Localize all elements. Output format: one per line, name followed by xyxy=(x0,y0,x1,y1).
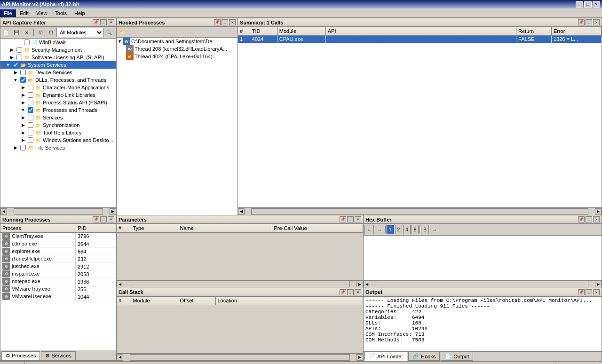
filter-save-btn[interactable]: 💾 xyxy=(12,28,21,37)
scroll-right[interactable]: ▶ xyxy=(110,208,116,215)
hex-8-btn[interactable]: 8 xyxy=(412,225,419,234)
hooked-panel-close[interactable]: × xyxy=(229,19,236,25)
summary-panel-close[interactable]: × xyxy=(593,19,600,25)
hex-2-btn[interactable]: 2 xyxy=(395,225,403,234)
tree-item-device[interactable]: ▶ 📁 Device Services xyxy=(0,69,116,76)
menu-tools[interactable]: Tools xyxy=(51,9,71,17)
hex-1-btn[interactable]: 1 xyxy=(387,225,394,234)
table-row[interactable]: ⚙notepad.exe1936 xyxy=(0,278,116,285)
close-btn[interactable]: × xyxy=(593,1,600,8)
cb-dynlink[interactable] xyxy=(28,92,33,98)
api-link[interactable]: CreateProcessWithLogonW ( "testuser", "E… xyxy=(328,36,514,42)
tab-api-loader[interactable]: 📄 API Loader xyxy=(364,352,407,361)
expander-charmode[interactable]: ▶ xyxy=(19,84,27,91)
scroll-left[interactable]: ◀ xyxy=(0,208,7,215)
cs-scroll-left[interactable]: ◀ xyxy=(117,354,123,361)
minimize-btn[interactable]: _ xyxy=(576,1,583,8)
cb-psapi[interactable] xyxy=(28,100,33,105)
table-row[interactable]: ⚙explorer.exe664 xyxy=(0,248,116,255)
params-scroll-right[interactable]: ▶ xyxy=(356,281,363,287)
expander-file-services[interactable]: ▶ xyxy=(12,144,19,151)
output-panel-close[interactable]: × xyxy=(593,289,600,295)
module-dropdown[interactable]: All Modules xyxy=(56,28,103,37)
filter-panel-pin[interactable]: 📌 xyxy=(93,19,99,25)
table-row[interactable]: ⚙mspaint.exe2068 xyxy=(0,270,116,278)
summary-scroll-left[interactable]: ◀ xyxy=(238,208,245,215)
tree-item-dynlink[interactable]: ▶ 📁 Dynamic-Link Libraries xyxy=(0,91,116,99)
hex-b-btn[interactable]: B xyxy=(421,225,429,234)
filter-new-btn[interactable]: 📄 xyxy=(1,28,11,37)
expander-psapi[interactable]: ▶ xyxy=(19,99,27,106)
running-processes-minimize[interactable]: _ xyxy=(100,216,107,222)
summary-scroll-right[interactable]: ▶ xyxy=(595,208,602,215)
expander-sync[interactable]: ▶ xyxy=(19,121,27,129)
hex-panel-minimize[interactable]: _ xyxy=(586,216,592,222)
params-scroll-thumb[interactable] xyxy=(130,281,350,287)
tree-item-winbiowait[interactable]: 📄 WinBioWait xyxy=(0,39,116,46)
cb-dlls[interactable] xyxy=(20,77,26,83)
filter-check-btn[interactable]: ☑ xyxy=(36,28,45,37)
output-panel-minimize[interactable]: _ xyxy=(586,289,592,295)
hooked-panel-minimize[interactable]: _ xyxy=(222,19,228,25)
cb-system[interactable] xyxy=(13,62,18,68)
summary-scroll-thumb[interactable] xyxy=(251,208,588,215)
table-row[interactable]: ⚙iTunesHelper.exe232 xyxy=(0,255,116,263)
cb-toolhelp[interactable] xyxy=(28,130,33,135)
hex-back-btn[interactable]: ← xyxy=(364,225,374,234)
cb-security[interactable] xyxy=(16,47,22,53)
params-scroll-left[interactable]: ◀ xyxy=(117,281,123,287)
params-panel-close[interactable]: × xyxy=(355,216,361,222)
running-processes-pin[interactable]: 📌 xyxy=(93,216,99,222)
expander-device[interactable]: ▶ xyxy=(12,69,19,76)
menu-edit[interactable]: Edit xyxy=(16,9,32,17)
filter-panel-close[interactable]: × xyxy=(108,19,114,25)
table-row[interactable]: ⚙ctfmon.exe2644 xyxy=(0,240,116,248)
tab-output[interactable]: 📄 Output xyxy=(441,352,473,361)
maximize-btn[interactable]: □ xyxy=(584,1,592,8)
process-expander[interactable]: ▼ xyxy=(118,39,122,44)
cb-services[interactable] xyxy=(28,115,33,120)
cb-proc-threads[interactable] xyxy=(28,107,33,113)
output-panel-pin[interactable]: 📌 xyxy=(578,289,585,295)
tree-item-proc-threads[interactable]: ▼ 📂 Processes and Threads xyxy=(0,106,116,114)
expander-proc-threads[interactable]: ▼ xyxy=(19,106,27,114)
tab-hooks[interactable]: 🔗 Hooks xyxy=(408,352,440,361)
filter-delete-btn[interactable]: ✕ xyxy=(22,28,32,37)
summary-panel-pin[interactable]: 📌 xyxy=(578,19,585,25)
callstack-panel-minimize[interactable]: _ xyxy=(347,289,354,295)
callstack-panel-close[interactable]: × xyxy=(355,289,361,295)
expander-services[interactable]: ▶ xyxy=(19,114,27,121)
cb-file-services[interactable] xyxy=(20,145,26,150)
tree-item-charmode[interactable]: ▶ 📁 Character-Mode Applications xyxy=(0,84,116,91)
summary-row-1[interactable]: 1 4024 CPAU.exe CreateProcessWithLogonW … xyxy=(238,35,602,43)
tree-item-security[interactable]: ▶ 📁 Security Management xyxy=(0,46,116,54)
menu-view[interactable]: View xyxy=(32,9,51,17)
table-row[interactable]: ⚙VMwareTray.exe256 xyxy=(0,285,116,293)
filter-search-btn[interactable]: 🔍 xyxy=(104,28,114,37)
table-row[interactable]: ⚙VMwareUser.exe1044 xyxy=(0,293,116,301)
expander-dynlink[interactable]: ▶ xyxy=(19,91,27,99)
params-panel-minimize[interactable]: _ xyxy=(347,216,354,222)
tree-item-psapi[interactable]: ▶ 📁 Process Status API (PSAPI) xyxy=(0,99,116,106)
table-row[interactable]: ⚙ClamTray.exe3796 xyxy=(0,232,116,240)
expander-toolhelp[interactable]: ▶ xyxy=(19,129,27,136)
callstack-panel-pin[interactable]: 📌 xyxy=(340,289,346,295)
tree-item-sync[interactable]: ▶ 📁 Synchronization xyxy=(0,121,116,129)
tree-item-system-services[interactable]: ▼ 📂 System Services xyxy=(0,61,116,69)
hex-arr-btn[interactable]: → xyxy=(430,225,439,234)
hex-fwd-btn[interactable]: → xyxy=(375,225,384,234)
cb-charmode[interactable] xyxy=(28,85,33,90)
tab-processes[interactable]: ⚙ Processes xyxy=(1,351,40,360)
tree-item-services[interactable]: ▶ 📁 Services xyxy=(0,114,116,121)
cb-winstations[interactable] xyxy=(28,137,33,143)
params-panel-pin[interactable]: 📌 xyxy=(340,216,346,222)
hooked-process-item[interactable]: ▼ W C:\Documents and Settings\tmb\De... xyxy=(117,38,238,45)
cb-winbiowait[interactable] xyxy=(24,40,30,45)
tree-item-file-services[interactable]: ▶ 📁 File Services xyxy=(0,144,116,151)
tree-item-winstations[interactable]: ▶ 📁 Window Stations and Deskto... xyxy=(0,136,116,144)
hex-panel-pin[interactable]: 📌 xyxy=(578,216,585,222)
expander-winstations[interactable]: ▶ xyxy=(19,136,27,144)
expander-security[interactable]: ▶ xyxy=(8,46,16,54)
cb-slapi[interactable] xyxy=(16,55,22,60)
hooked-folder-btn[interactable]: 📁 xyxy=(118,28,127,36)
